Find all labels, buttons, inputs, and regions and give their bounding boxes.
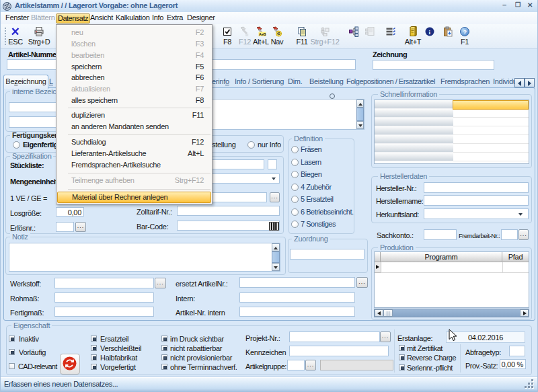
tab-info-sortierung[interactable]: Info / Sortierung [235,77,284,85]
radio-eigenfertigung[interactable] [13,141,20,149]
tab-beistellung[interactable]: Beistellung [309,77,344,85]
checkbox-mit-zertifikat[interactable] [399,345,405,351]
fremdarbeit-input[interactable] [501,229,518,240]
menu-fenster[interactable]: Fenster [3,13,32,23]
fertigmass-input[interactable] [54,307,154,317]
menu-item-material-ueber-rechner[interactable]: Material über Rechner anlegen [57,192,211,203]
notiz-scroll-up-button[interactable] [272,243,280,251]
menu-item-alles-speichern[interactable]: alles speichernF8 [57,95,211,106]
ve-ge-browse-button[interactable]: ... [270,192,280,202]
radio-sonstiges[interactable] [291,221,299,228]
checkbox-vorgefertigt[interactable] [91,364,97,370]
checkbox-verschleissteil[interactable] [91,345,97,351]
artikelgruppe-input[interactable] [287,360,305,370]
checkbox-im-druck-sichtbar[interactable] [161,336,167,342]
hersteller-nr-input[interactable] [424,182,529,193]
grid-cell-selected[interactable] [453,100,529,110]
checkbox-inaktiv[interactable] [9,336,15,342]
table-header-programm[interactable]: Programm [381,252,502,262]
radio-betriebseinricht[interactable] [291,208,299,216]
erloesnr-browse-button[interactable]: ... [75,222,86,232]
menu-datensatz[interactable]: Datensatz [56,13,90,24]
werkstoff-input[interactable] [54,278,154,288]
checkbox-nicht-rabattierbar[interactable] [161,345,167,351]
checkbox-ohne-terminnachverf[interactable] [161,364,167,370]
minimize-icon[interactable]: – [502,1,506,9]
tab-folgepositionen[interactable]: Folgepositionen / Ersatzartikel [346,77,435,85]
grid-cell[interactable] [453,109,529,118]
bezeichnung-scroll-up-button[interactable] [356,100,364,108]
menu-item-bearbeiten[interactable]: bearbeitenF4 [57,50,211,61]
tab-partial-left[interactable]: L [49,77,53,85]
herstellername-input[interactable] [424,195,529,206]
bezeichnung-scroll-down-button[interactable] [356,121,364,129]
barcode-icon[interactable] [269,222,279,231]
cad-sync-button[interactable] [60,354,80,375]
schnellinformation-grid[interactable] [374,100,529,164]
tab-individuell[interactable]: Individu [493,77,517,85]
close-icon[interactable]: ✕ [527,1,533,9]
stueckliste-flag-input[interactable] [268,159,277,169]
abfragetyp-input[interactable] [509,346,525,356]
losgroesse-input[interactable]: 0,00 [56,207,84,217]
radio-biegen[interactable] [291,171,299,178]
checkbox-cad-relevant[interactable] [9,363,15,369]
toolbar-list-button[interactable] [379,26,403,47]
toolbar-f1-button[interactable]: ? F1 [453,26,477,47]
maximize-icon[interactable]: ❒ [515,1,521,8]
bezeichnung-scroll-thumb[interactable] [356,108,364,121]
menu-item-fremdsprachen-artikelsuche[interactable]: Fremdsprachen-Artikelsuche [57,159,211,170]
projekt-nr-browse-button[interactable]: ... [380,331,391,342]
toolbar-nav-button[interactable]: Nav [265,26,289,47]
radio-lasern[interactable] [291,159,299,166]
menu-kalkulation[interactable]: Kalkulation [113,13,153,23]
radio-ersatzteil[interactable] [291,196,299,203]
produktion-table[interactable]: Programm Pfad [374,251,529,308]
checkbox-halbfabrikat[interactable] [91,354,97,360]
notiz-scroll-down-button[interactable] [272,263,280,271]
scroll-left-button[interactable] [375,309,383,317]
table-row[interactable] [502,262,529,273]
intern-input[interactable] [239,292,355,303]
fremdarbeit-browse-button[interactable]: ... [518,229,529,240]
rohmass-input[interactable] [54,292,154,303]
menu-item-neu[interactable]: neuF2 [57,27,211,38]
menu-item-speichern[interactable]: speichernF5 [57,61,211,72]
toolbar-print-button[interactable]: Strg+D [25,26,53,47]
checkbox-ersatzteil[interactable] [91,336,97,342]
checkbox-vorlaeufig[interactable] [9,349,15,355]
table-header-pfad[interactable]: Pfad [502,252,529,262]
tab-fremdsprachen[interactable]: Fremdsprachen [440,77,490,85]
tab-bezeichnung[interactable]: Bezeichnung [3,75,48,89]
ersetzt-input[interactable] [239,277,355,288]
menu-ansicht[interactable]: Ansicht [87,13,116,23]
herkunftsland-combobox[interactable] [424,208,529,219]
radio-fraesen[interactable] [291,146,299,153]
tab-scroll-right-button[interactable] [525,78,535,87]
menu-item-loeschen[interactable]: löschenF3 [57,38,211,49]
toolbar-esc-button[interactable]: ESC [3,26,28,47]
menu-item-suchdialog[interactable]: SuchdialogF12 [57,136,211,147]
menu-item-teilmenge-aufheben[interactable]: Teilmenge aufhebenStrg+F12 [57,175,211,186]
radio-nur-info[interactable] [247,141,255,149]
table-row[interactable] [381,262,503,273]
werkstoff-browse-button[interactable]: ... [155,278,166,288]
radio-zubehoer[interactable] [291,184,299,191]
provsatz-input[interactable]: 0,00 % [500,359,526,369]
projekt-nr-input[interactable] [289,331,380,342]
artikelnr-intern-input[interactable] [239,307,355,317]
menu-item-aktualisieren[interactable]: aktualisierenF7 [57,83,211,94]
grid-cell[interactable] [453,144,529,153]
notiz-textarea[interactable] [9,243,280,272]
resize-grip[interactable] [525,379,535,388]
grid-cell[interactable] [453,153,529,161]
kennzeichen-combobox[interactable] [289,346,389,356]
artikelgruppe-browse-button[interactable]: ... [305,360,316,370]
ersetzt-browse-button[interactable]: ... [356,277,368,288]
sachkonto-input[interactable] [424,229,457,240]
toolbar-strgf12-button[interactable]: Strg+F12 [309,26,341,47]
erloesnr-input[interactable] [56,222,74,232]
scroll-right-button[interactable] [520,309,529,317]
tab-scroll-left-button[interactable] [514,78,525,87]
menu-extra[interactable]: Extra [164,13,186,23]
